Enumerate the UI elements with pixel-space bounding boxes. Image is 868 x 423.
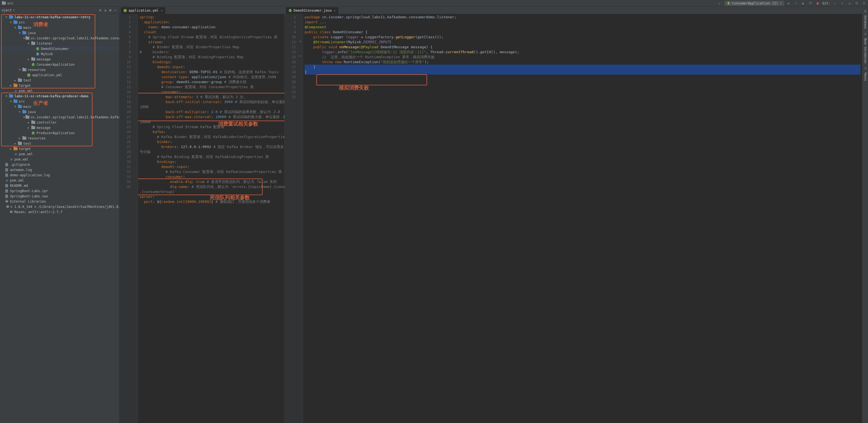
tree-node[interactable]: .gitignore <box>0 162 119 167</box>
tree-node[interactable]: CDemo01Consumer <box>0 46 119 51</box>
run-config-selector[interactable]: C ConsumerApplication (2) ▾ <box>724 1 784 6</box>
tree-node[interactable]: ▼src <box>0 99 119 104</box>
project-tree[interactable]: 消费者 生产者 ▼labx-11-sc-stream-kafka-consume… <box>0 14 119 423</box>
profile-icon[interactable]: ⏱ <box>808 1 813 6</box>
tree-node[interactable]: README.md <box>0 183 119 188</box>
stop-icon[interactable]: ■ <box>815 1 820 6</box>
annotation-consumer-label: 消费者 <box>33 21 48 28</box>
tree-node[interactable]: mpom.xml <box>0 178 119 183</box>
annotation-retry-params: 消费重试相关参数 <box>218 121 258 126</box>
collapse-icon[interactable]: ⇲ <box>103 8 108 13</box>
tree-node[interactable]: ▼java <box>0 109 119 114</box>
vcs-history-icon[interactable]: ↺ <box>847 1 852 6</box>
select-opened-icon[interactable]: ⊙ <box>98 8 103 13</box>
checkmark-icon[interactable]: ✔ <box>717 1 722 6</box>
breadcrumb-bar: gBoot-Labs〉labx-11〉labx-11-sc-stream-kaf… <box>0 0 868 7</box>
left-editor-pane: application.yml × 1234567891011121314151… <box>120 7 285 423</box>
java-code-area[interactable]: package cn.iocoder.springcloud.labx11.ka… <box>303 14 862 423</box>
tree-node[interactable]: 🏛Maven: antlr:antlr:2.7.7 <box>0 209 119 215</box>
vcs-rollback-icon[interactable]: ⟲ <box>854 1 859 6</box>
java-gutter: 123410111213151617181920212223 <box>285 14 298 423</box>
class-icon: C <box>288 9 292 12</box>
git-label: Git: <box>822 1 830 5</box>
tree-node[interactable]: ▶test <box>0 141 119 146</box>
yml-gutter: 1234567891011121314151617181920212223242… <box>120 14 133 423</box>
database-icon[interactable]: ▤ <box>863 8 868 13</box>
run-config-label: ConsumerApplication (2) <box>732 1 778 5</box>
tree-node[interactable]: ▶target <box>0 146 119 151</box>
tree-node[interactable]: ▼labx-11-sc-stream-kafka-producer-demo <box>0 93 119 99</box>
tree-node[interactable]: ▼main <box>0 104 119 109</box>
tree-node[interactable]: SpringBoot-Labs.ipr <box>0 188 119 194</box>
close-tab-icon[interactable]: × <box>161 9 162 12</box>
tree-node[interactable]: ▼cn.iocoder.springcloud.labx11.kafkademo… <box>0 35 119 41</box>
tree-node[interactable]: CConsumerApplication <box>0 62 119 67</box>
breadcrumb-segment[interactable]: src <box>2 1 83 5</box>
vcs-update-icon[interactable]: ✓ <box>833 1 838 6</box>
tree-node[interactable]: ▶controller <box>0 120 119 125</box>
annotation-dlq-params: 死信队列相关参数 <box>210 195 250 200</box>
tree-node[interactable]: ▶message <box>0 57 119 62</box>
settings-icon[interactable]: ⚙ <box>108 8 113 13</box>
close-tab-icon[interactable]: × <box>334 9 336 12</box>
bean-validation-label[interactable]: Bean Validation <box>864 38 867 63</box>
tree-node[interactable]: CProducerApplication <box>0 130 119 136</box>
tab-demo01consumer[interactable]: C Demo01Consumer.java × <box>286 7 338 14</box>
search-icon[interactable]: ⚲ <box>861 1 866 6</box>
database-tool-label[interactable]: Database <box>864 16 867 29</box>
tree-node[interactable]: ▼java <box>0 30 119 35</box>
tree-node[interactable]: ▶resources <box>0 136 119 141</box>
tree-node[interactable]: mpom.xml <box>0 151 119 157</box>
tree-node[interactable]: mpom.xml <box>0 157 119 162</box>
tree-node[interactable]: ▶test <box>0 78 119 83</box>
debug-icon[interactable]: ⌕ <box>794 1 799 6</box>
tree-node[interactable]: demo-application.log <box>0 172 119 178</box>
tree-node[interactable]: ▼labx-11-sc-stream-kafka-consumer-retry <box>0 15 119 20</box>
right-tool-strip: ▤ Database ❀ Bean Validation m Maven <box>863 7 868 423</box>
project-tool-window: oject ▾ ⊙ ⇲ ⚙ — 消费者 生产者 ▼labx-11-sc-stre… <box>0 7 120 423</box>
tree-node[interactable]: IMySink <box>0 51 119 57</box>
project-view-label[interactable]: oject <box>2 8 12 12</box>
tree-node[interactable]: ▼cn.iocoder.springcloud.labx11.kafkademo… <box>0 114 119 120</box>
annotation-fail-label: 模拟消费失败 <box>339 85 369 90</box>
editor-tabs-right: C Demo01Consumer.java × <box>285 7 862 14</box>
tree-node[interactable]: ▶target <box>0 83 119 88</box>
editor-tabs-left: application.yml × <box>120 7 284 14</box>
hide-icon[interactable]: — <box>113 8 118 13</box>
coverage-icon[interactable]: ▶ <box>801 1 806 6</box>
tree-node[interactable]: ▼resources <box>0 67 119 72</box>
tree-node[interactable]: SpringBoot-Labs.iws <box>0 194 119 199</box>
tree-node[interactable]: ▼src <box>0 20 119 25</box>
tab-label: Demo01Consumer.java <box>293 8 332 12</box>
bean-icon[interactable]: ❀ <box>863 31 868 36</box>
tree-node[interactable]: 🏛External Libraries <box>0 199 119 204</box>
run-icon[interactable]: ▶ <box>786 1 791 6</box>
vcs-commit-icon[interactable]: ⬆ <box>840 1 845 6</box>
tree-node[interactable]: ▶message <box>0 125 119 130</box>
tree-node[interactable]: ▼listener <box>0 41 119 46</box>
tree-node[interactable]: mpom.xml <box>0 88 119 93</box>
tree-node[interactable]: aoteman.log <box>0 167 119 172</box>
maven-icon[interactable]: m <box>863 65 868 70</box>
right-editor-pane: C Demo01Consumer.java × 1234101112131516… <box>285 7 863 423</box>
annotation-producer-label: 生产者 <box>33 100 48 107</box>
tree-node[interactable]: application.yml <box>0 72 119 78</box>
yml-code-area[interactable]: spring: application: name: demo-consumer… <box>138 14 284 423</box>
tab-label: application.yml <box>128 8 158 12</box>
tree-node[interactable]: 🏛< 1.8.0_144 > /Library/Java/JavaVirtual… <box>0 204 119 209</box>
maven-tool-label[interactable]: Maven <box>864 73 867 81</box>
tab-application-yml[interactable]: application.yml × <box>121 7 165 14</box>
yaml-icon <box>124 9 127 12</box>
tree-node[interactable]: ▼main <box>0 25 119 30</box>
